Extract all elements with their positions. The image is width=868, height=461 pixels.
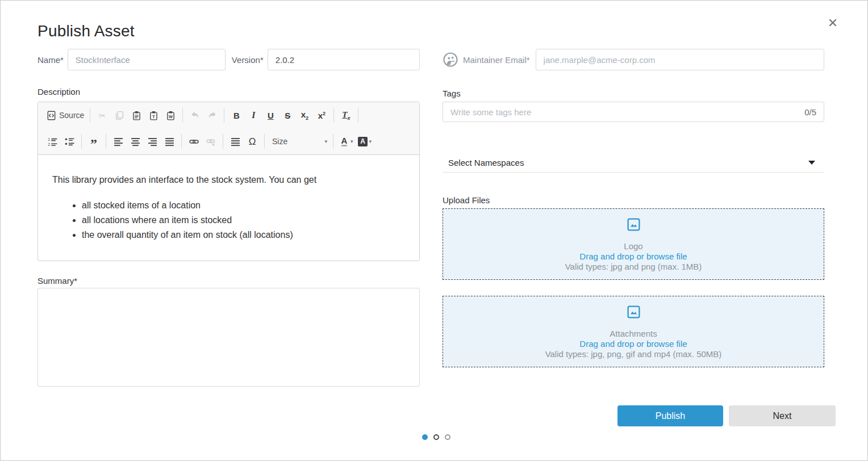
source-button[interactable]: Source xyxy=(44,107,86,123)
toolbar-separator xyxy=(333,134,333,149)
close-button[interactable] xyxy=(827,18,839,30)
copy-button[interactable] xyxy=(111,107,127,123)
chevron-down-icon: ▾ xyxy=(350,139,353,144)
description-label: Description xyxy=(37,87,80,97)
remove-format-icon: Tx xyxy=(341,110,351,120)
align-left-button[interactable] xyxy=(110,133,126,149)
tags-field: 0/5 xyxy=(443,102,824,122)
blockquote-icon: ” xyxy=(89,136,99,146)
toolbar-separator xyxy=(81,134,82,149)
description-editor: Source✂TWBIUSx2x2Tx 12”ΩSize▾A▾A▾ This l… xyxy=(37,102,420,261)
publish-button[interactable]: Publish xyxy=(617,405,723,426)
paste-word-button[interactable]: W xyxy=(162,107,178,123)
cut-icon: ✂ xyxy=(97,110,107,120)
dropzone-title: Attachments xyxy=(610,329,657,339)
redo-button[interactable] xyxy=(204,107,220,123)
chevron-down-icon: ▾ xyxy=(369,139,372,144)
link-icon xyxy=(189,136,199,146)
page-title: Publish Asset xyxy=(37,22,135,40)
paste-word-icon: W xyxy=(165,110,176,120)
toolbar-separator xyxy=(358,108,358,123)
image-icon xyxy=(626,304,641,322)
chevron-down-icon: ▾ xyxy=(324,139,327,144)
blockquote-button[interactable]: ” xyxy=(86,133,102,149)
align-center-button[interactable] xyxy=(127,133,143,149)
italic-button[interactable]: I xyxy=(245,107,261,123)
pagination-dot-1[interactable] xyxy=(422,434,428,440)
align-justify-icon xyxy=(164,136,174,146)
maintainer-email-input[interactable] xyxy=(536,49,824,70)
description-editor-content[interactable]: This library provides an interface to th… xyxy=(38,155,419,261)
pagination-dot-3[interactable] xyxy=(445,434,450,440)
align-center-icon xyxy=(130,136,140,146)
dropzone-hint: Valid types: jpg and png (max. 1MB) xyxy=(565,262,702,272)
special-char-button[interactable]: Ω xyxy=(244,133,260,149)
unlink-icon xyxy=(206,136,216,146)
toolbar-separator xyxy=(264,134,265,149)
paste-button[interactable] xyxy=(128,107,144,123)
svg-text:2: 2 xyxy=(48,142,50,146)
strikethrough-button[interactable]: S xyxy=(279,107,295,123)
superscript-button[interactable]: x2 xyxy=(314,107,329,123)
bulleted-list-button[interactable] xyxy=(61,133,77,149)
special-char-icon: Ω xyxy=(247,136,257,146)
next-button[interactable]: Next xyxy=(729,405,836,426)
italic-icon: I xyxy=(248,110,258,120)
underline-icon: U xyxy=(265,110,276,120)
svg-text:T: T xyxy=(152,114,155,119)
description-bullet: all stocked items of a location xyxy=(82,198,405,213)
toolbar-separator xyxy=(90,108,90,123)
align-right-icon xyxy=(147,136,157,146)
copy-icon xyxy=(114,110,124,120)
browse-file-link[interactable]: Drag and drop or browse file xyxy=(579,252,687,262)
bold-button[interactable]: B xyxy=(228,107,244,123)
toolbar-button-label: Source xyxy=(59,111,84,120)
toolbar-separator xyxy=(182,108,183,123)
logo-dropzone[interactable]: Logo Drag and drop or browse file Valid … xyxy=(443,208,824,280)
name-label: Name* xyxy=(37,55,64,65)
tags-label: Tags xyxy=(443,89,461,98)
dropzone-title: Logo xyxy=(624,241,642,252)
attachments-dropzone[interactable]: Attachments Drag and drop or browse file… xyxy=(443,296,824,367)
link-button[interactable] xyxy=(186,133,202,149)
text-color-button[interactable]: A▾ xyxy=(337,133,355,149)
name-input[interactable] xyxy=(68,49,226,70)
underline-button[interactable]: U xyxy=(262,107,278,123)
align-right-button[interactable] xyxy=(144,133,160,149)
bg-color-button[interactable]: A▾ xyxy=(356,133,374,149)
footer-actions: Publish Next xyxy=(617,405,836,426)
undo-icon xyxy=(190,110,200,120)
bold-icon: B xyxy=(231,110,241,120)
redo-icon xyxy=(207,110,217,120)
remove-format-button[interactable]: Tx xyxy=(338,107,354,123)
dropzone-hint: Valid types: jpg, png, gif and mp4 (max.… xyxy=(545,349,722,359)
cut-button[interactable]: ✂ xyxy=(94,107,110,123)
summary-textarea[interactable] xyxy=(37,288,420,387)
toolbar-separator xyxy=(333,108,334,123)
summary-label: Summary* xyxy=(37,276,77,286)
maintainer-avatar-icon xyxy=(443,52,458,68)
pagination-dot-2[interactable] xyxy=(433,434,439,440)
tags-counter: 0/5 xyxy=(804,107,816,117)
div-container-button[interactable] xyxy=(227,133,243,149)
align-justify-button[interactable] xyxy=(161,133,177,149)
toolbar-separator xyxy=(106,134,106,149)
tags-input[interactable] xyxy=(450,107,799,117)
browse-file-link[interactable]: Drag and drop or browse file xyxy=(579,339,687,349)
unlink-button[interactable] xyxy=(203,133,219,149)
undo-button[interactable] xyxy=(187,107,203,123)
select-namespaces-dropdown[interactable]: Select Namespaces xyxy=(443,153,824,173)
toolbar-button-label: Size xyxy=(272,137,323,146)
source-icon xyxy=(46,110,56,120)
size-dropdown[interactable]: Size▾ xyxy=(269,133,329,149)
toolbar-separator xyxy=(181,134,182,149)
version-input[interactable] xyxy=(268,49,420,70)
div-container-icon xyxy=(230,136,240,146)
description-intro: This library provides an interface to th… xyxy=(52,174,405,186)
numbered-list-button[interactable]: 12 xyxy=(44,133,60,149)
numbered-list-icon: 12 xyxy=(47,136,57,146)
svg-text:1: 1 xyxy=(48,137,50,141)
close-icon xyxy=(829,19,837,29)
paste-text-button[interactable]: T xyxy=(145,107,161,123)
subscript-button[interactable]: x2 xyxy=(297,107,312,123)
